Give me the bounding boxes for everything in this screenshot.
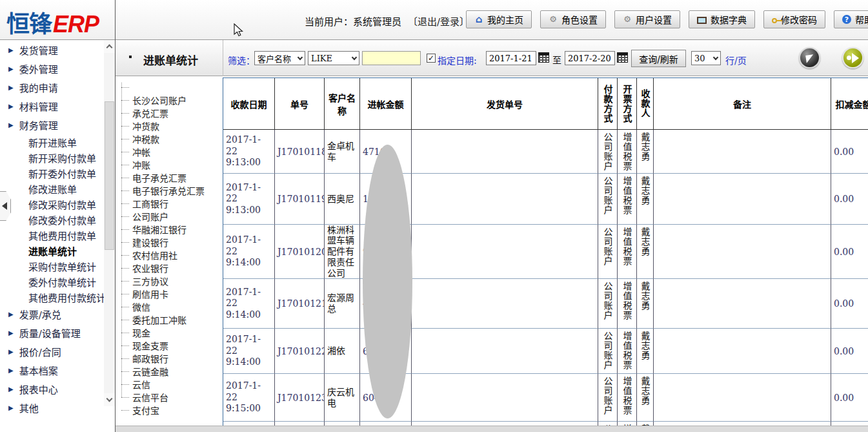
cell-order-no: J17010119	[275, 174, 325, 225]
filter-operator-select[interactable]: LIKE	[308, 51, 359, 65]
header-button-icon	[772, 18, 777, 23]
tree-item[interactable]: 微信	[121, 300, 223, 313]
tree-item[interactable]: 长沙公司账户	[121, 94, 223, 107]
scroll-up-arrow[interactable]	[104, 40, 115, 53]
logout-login-link[interactable]: 〔退出/登录〕	[408, 14, 469, 28]
sidebar-item[interactable]: 其他费用付款统计	[0, 289, 103, 305]
date-range-checkbox[interactable]: ✓	[427, 54, 436, 63]
tree-item[interactable]: 云信平台	[121, 391, 223, 404]
cell-deduction: 0.00	[831, 130, 868, 174]
tree-item[interactable]: 承兑汇票	[121, 107, 223, 119]
calendar-icon[interactable]	[538, 52, 549, 63]
tree-item[interactable]: 冲账	[121, 158, 223, 171]
sidebar-vertical-scrollbar[interactable]	[104, 40, 115, 406]
tree-item[interactable]: 现金支票	[121, 339, 223, 352]
table-row[interactable]: 2017-1-229:13:00 J17010118 金卓机车 471656 公…	[223, 130, 868, 174]
scrollbar-thumb[interactable]	[105, 101, 114, 250]
query-refresh-button[interactable]: 查询/刷新	[631, 50, 686, 67]
filter-keyword-input[interactable]	[362, 51, 421, 65]
next-page-button[interactable]	[842, 47, 863, 68]
sidebar-item[interactable]: 报价/合同	[0, 342, 103, 361]
tree-item[interactable]: 电子承兑汇票	[121, 171, 223, 184]
header-button[interactable]: 我的主页	[466, 10, 532, 28]
filter-field-select[interactable]: 客户名称	[254, 51, 305, 65]
header-button[interactable]: 角色设置	[540, 10, 606, 28]
tree-item-label: 微信	[132, 300, 150, 313]
sidebar-item[interactable]: 新开进账单	[0, 134, 103, 150]
sidebar-item[interactable]: 新开采购付款单	[0, 150, 103, 165]
tree-item[interactable]: 冲帐	[121, 145, 223, 158]
tree-item[interactable]: 公司账户	[121, 210, 223, 223]
scroll-down-arrow[interactable]	[104, 393, 115, 406]
tree-item[interactable]: 三方协议	[121, 274, 223, 287]
sidebar-item[interactable]: 进账单统计	[0, 243, 103, 258]
tree-item[interactable]: 冲税款	[121, 132, 223, 145]
table-row[interactable]: 2017-1-229:14:00 J17010121 宏源周总 4 公司账户 增…	[223, 279, 868, 329]
main-horizontal-scrollbar[interactable]	[116, 426, 868, 432]
date-from-input[interactable]	[486, 51, 536, 65]
cell-ship-no	[412, 130, 598, 174]
sidebar-item[interactable]: 材料管理	[0, 97, 103, 116]
date-to-input[interactable]	[565, 51, 615, 65]
tree-item[interactable]: 农业银行	[121, 262, 223, 274]
tree-item[interactable]: 华融湘江银行	[121, 223, 223, 236]
table-header-row: 收款日期 单号 客户名称 进帐金额 发货单号 付款方式 开票方式 收款人 备注 …	[223, 78, 868, 130]
sidebar-item[interactable]: 修改委外付款单	[0, 212, 103, 227]
sidebar-item[interactable]: 我的申请	[0, 78, 103, 97]
tree-item[interactable]: 现金	[121, 326, 223, 339]
calendar-icon[interactable]	[617, 52, 628, 63]
sidebar-item[interactable]: 修改进账单	[0, 181, 103, 196]
date-range-label[interactable]: 指定日期:	[438, 54, 477, 67]
sidebar-item[interactable]: 委外付款单统计	[0, 274, 103, 289]
table-row[interactable]: 2017-1-229:15:00 J17010123 庆云机电 6046 公司账…	[223, 374, 868, 422]
tree-item[interactable]	[121, 81, 223, 94]
tree-item-label: 冲货款	[132, 119, 159, 132]
tree-item[interactable]: 支付宝	[121, 404, 223, 417]
cell-date: 2017-1-229:14:00	[223, 279, 275, 329]
tree-item[interactable]: 建设银行	[121, 236, 223, 249]
header-button[interactable]: 修改密码	[763, 10, 825, 28]
tree-connector	[121, 320, 129, 320]
tree-item[interactable]: 邮政银行	[121, 352, 223, 365]
tree-item[interactable]: 云链金融	[121, 365, 223, 378]
header-button[interactable]: 帮助	[834, 10, 868, 28]
tree-item[interactable]: 电子银行承兑汇票	[121, 184, 223, 197]
sidebar-item[interactable]: 质量/设备管理	[0, 324, 103, 342]
header-button[interactable]: 用户设置	[614, 10, 680, 28]
page-size-select[interactable]: 30	[691, 51, 721, 65]
sidebar-item[interactable]: 新开委外付款单	[0, 165, 103, 181]
tree-item[interactable]: 农村信用社	[121, 249, 223, 262]
tree-item[interactable]: 委托加工冲账	[121, 313, 223, 326]
tree-item[interactable]: 冲货款	[121, 119, 223, 132]
tree-item[interactable]: 云信	[121, 378, 223, 391]
tree-connector	[121, 113, 129, 114]
sidebar-item[interactable]: 发货管理	[0, 41, 103, 59]
tree-connector	[121, 255, 129, 256]
tree-item-label: 承兑汇票	[132, 107, 168, 119]
tree-item[interactable]: 工商银行	[121, 197, 223, 210]
tree-connector	[121, 178, 129, 178]
sidebar-item[interactable]: 发票/承兑	[0, 305, 103, 324]
sidebar-item[interactable]: 报表中心	[0, 380, 103, 398]
sidebar-item[interactable]: 采购付款单统计	[0, 258, 103, 274]
sidebar-item[interactable]: 修改采购付款单	[0, 196, 103, 212]
header-button[interactable]: 数据字典	[689, 10, 755, 28]
header-button-icon	[474, 15, 483, 24]
table-row[interactable]: 2017-1-229:14:00 J17010120 株洲科盟车辆配件有限责任公…	[223, 225, 868, 279]
table-row[interactable]: 2017-1-229:14:00 J17010122 湘依 63 公司账户 增值…	[223, 329, 868, 374]
sidebar-item[interactable]: 其他费用付款单	[0, 227, 103, 243]
header-button-icon	[697, 17, 707, 24]
sidebar-item[interactable]: 基本档案	[0, 361, 103, 380]
sidebar-item[interactable]: 财务管理	[0, 116, 103, 134]
sidebar-item-label: 财务管理	[19, 118, 58, 132]
sidebar-item[interactable]: 委外管理	[0, 59, 103, 78]
sidebar-item-label: 采购付款单统计	[28, 260, 96, 273]
tree-item-label: 公司账户	[132, 210, 168, 223]
sidebar-item[interactable]: 其他	[0, 398, 103, 417]
tree-item[interactable]: 刷信用卡	[121, 287, 223, 300]
tree-connector	[121, 242, 129, 243]
scroll-top-button[interactable]	[799, 47, 820, 68]
sidebar-item-label: 质量/设备管理	[19, 326, 81, 340]
header-button-label: 帮助	[855, 13, 868, 26]
table-row[interactable]: 2017-1-229:13:00 J17010119 西奥尼 10 公司账户 增…	[223, 174, 868, 225]
